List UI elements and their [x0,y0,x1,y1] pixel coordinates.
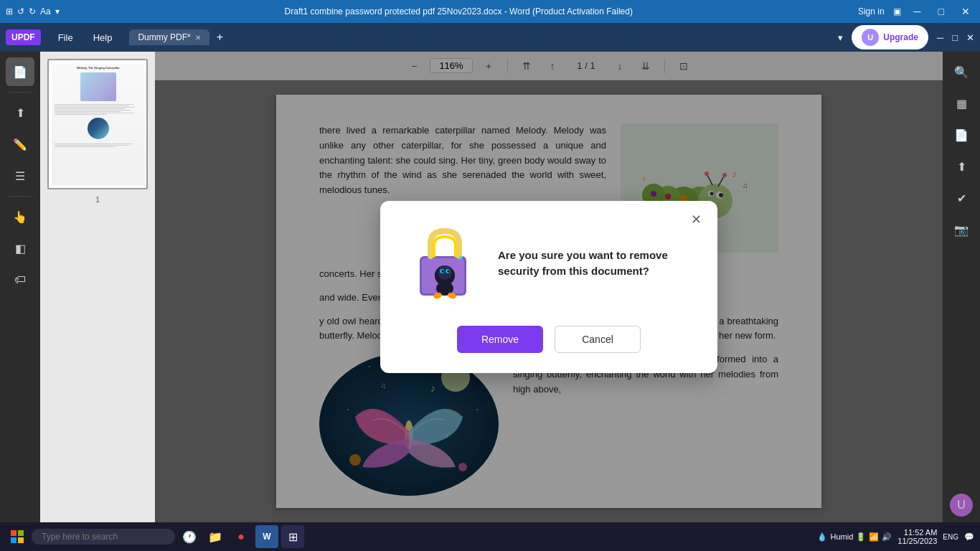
battery-icon: 🔋 [856,532,866,542]
windows-icon: ⊞ [6,6,13,17]
sign-in-link[interactable]: Sign in [858,6,885,17]
doc-area: − 116% + ⇈ ↑ 1 / 1 ↓ ⇊ ⊡ there lived a r… [155,52,943,522]
main-area: 📄 ⬆ ✏️ ☰ 👆 ◧ 🏷 Melody, The Singing Cater… [0,52,980,522]
sidebar-icon-list[interactable]: ☰ [6,161,34,190]
taskbar-files-icon[interactable]: 📁 [204,525,227,548]
svg-rect-48 [11,530,17,536]
taskbar: 🕐 📁 ● W ⊞ 💧 Humid 🔋 📶 🔊 11:52 AM 11/25/2… [0,522,980,551]
cancel-button[interactable]: Cancel [555,326,641,353]
taskbar-chrome-icon[interactable]: ● [230,525,253,548]
system-tray: 💧 Humid 🔋 📶 🔊 [817,532,892,542]
svg-rect-49 [18,530,24,536]
page-number-label: 1 [47,195,148,204]
tab-add-button[interactable]: + [211,28,229,47]
undo-icon[interactable]: ↺ [17,6,24,17]
user-avatar: U [862,29,879,46]
right-sidebar: 🔍 ▦ 📄 ⬆ ✔ 📷 U [943,52,980,522]
minimize-button[interactable]: ─ [910,6,925,17]
remove-security-modal: ✕ [380,201,717,373]
tab-dummy-pdf[interactable]: Dummy PDF* ✕ [129,29,209,45]
start-button[interactable] [6,525,29,548]
dropdown-arrow-icon[interactable]: ▾ [838,32,843,43]
wifi-icon: 📶 [869,532,879,542]
current-date: 11/25/2023 [897,537,937,545]
thumbnail-image: Melody, The Singing Caterpillar [52,63,145,185]
right-avatar-icon[interactable]: U [950,494,973,517]
title-bar-left: ⊞ ↺ ↻ Aa ▾ [6,6,60,17]
modal-text: Are you sure you want to remove security… [498,248,689,280]
left-sidebar: 📄 ⬆ ✏️ ☰ 👆 ◧ 🏷 [0,52,40,522]
title-bar-right: Sign in ▣ ─ □ ✕ [858,6,974,17]
maximize-button[interactable]: □ [934,6,948,17]
sidebar-icon-upload[interactable]: ⬆ [6,98,34,127]
right-ocr-icon[interactable]: ▦ [947,89,976,118]
modal-body: + Are you sure you want to remove securi… [409,224,689,303]
lock-icon-area: + [409,224,481,303]
menu-right: ▾ U Upgrade ─ □ ✕ [838,25,974,50]
close-button[interactable]: ✕ [957,6,974,17]
window-close-icon[interactable]: ✕ [966,32,974,43]
menu-bar: UPDF File Help Dummy PDF* ✕ + ▾ U Upgrad… [0,23,980,52]
updf-logo[interactable]: UPDF [6,29,41,45]
svg-rect-51 [18,537,24,543]
speaker-icon: 🔊 [882,532,892,542]
svg-point-39 [438,265,452,280]
upgrade-button[interactable]: U Upgrade [852,25,928,50]
right-search-icon[interactable]: 🔍 [947,57,976,86]
taskbar-time-display: 11:52 AM 11/25/2023 [897,528,937,545]
svg-rect-50 [11,537,17,543]
sidebar-icon-cursor[interactable]: 👆 [6,202,34,231]
sidebar-icon-edit[interactable]: ✏️ [6,130,34,159]
modal-close-button[interactable]: ✕ [686,209,706,230]
remove-button[interactable]: Remove [457,326,543,353]
modal-overlay: ✕ [155,52,943,522]
right-share-icon[interactable]: ⬆ [947,152,976,181]
title-bar: ⊞ ↺ ↻ Aa ▾ Draft1 combine password prote… [0,0,980,23]
right-document-icon[interactable]: 📄 [947,121,976,149]
modal-buttons: Remove Cancel [409,326,689,353]
tab-bar: Dummy PDF* ✕ + [129,28,229,47]
menu-help[interactable]: Help [85,28,121,47]
taskbar-app-icon[interactable]: ⊞ [281,525,304,548]
page-thumbnail-1[interactable]: Melody, The Singing Caterpillar [47,59,148,189]
window-minimize-icon[interactable]: ─ [937,32,943,43]
sidebar-icon-document[interactable]: 📄 [6,57,34,86]
svg-point-43 [448,270,450,273]
thumbnail-panel: Melody, The Singing Caterpillar [40,52,155,522]
tab-close-icon[interactable]: ✕ [195,34,201,42]
redo-icon[interactable]: ↻ [29,6,36,17]
sidebar-divider-1 [9,92,32,93]
modal-question-text: Are you sure you want to remove security… [498,248,689,280]
humid-icon: 💧 [817,532,827,542]
lang-indicator: ENG [943,533,958,541]
svg-point-42 [442,270,444,273]
menu-file[interactable]: File [50,28,82,47]
taskbar-search-input[interactable] [32,529,175,545]
weather-label: Humid [830,532,853,541]
taskbar-right: 💧 Humid 🔋 📶 🔊 11:52 AM 11/25/2023 ENG 💬 [817,528,974,545]
title-bar-title: Draft1 combine password protected pdf 25… [60,6,858,17]
sidebar-icon-tag[interactable]: 🏷 [6,265,34,294]
svg-text:+: + [458,253,463,263]
sidebar-icon-layers[interactable]: ◧ [6,234,34,263]
right-photo-icon[interactable]: 📷 [947,215,976,244]
taskbar-word-icon[interactable]: W [255,525,278,548]
view-mode-icon[interactable]: ▣ [893,6,901,17]
autosave-icon: Aa [40,6,51,17]
right-check-icon[interactable]: ✔ [947,184,976,212]
taskbar-clock-icon[interactable]: 🕐 [178,525,201,548]
window-restore-icon[interactable]: □ [952,32,958,43]
current-time: 11:52 AM [897,528,937,537]
lock-illustration: + [409,224,481,303]
sidebar-divider-2 [9,196,32,197]
notifications-icon[interactable]: 💬 [964,532,974,542]
